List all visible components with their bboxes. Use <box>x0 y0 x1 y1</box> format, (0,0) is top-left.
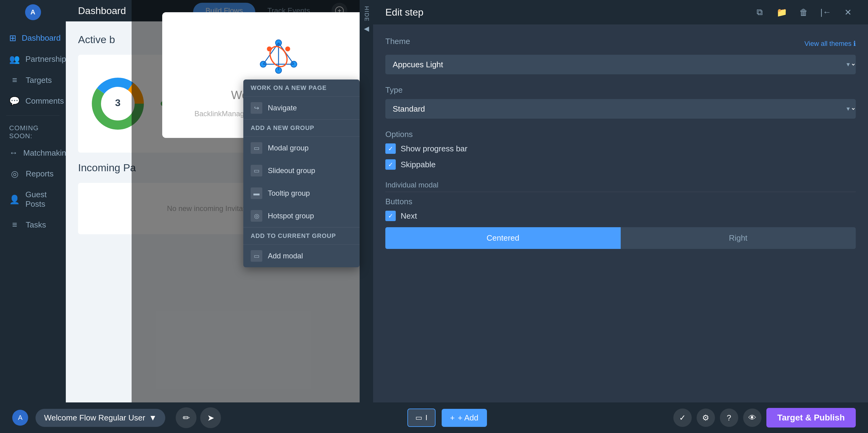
options-label: Options <box>385 130 856 139</box>
sidebar-item-tasks[interactable]: ≡ Tasks <box>0 214 66 235</box>
step-type-dropdown: WORK ON A NEW PAGE ↪ Navigate ADD A NEW … <box>243 79 360 267</box>
right-panel-title: Edit step <box>385 7 746 18</box>
panel-body: Theme View all themes ℹ Appcues Light Ty… <box>373 25 868 433</box>
nav-divider <box>6 115 60 115</box>
add-step-button[interactable]: ▭ I <box>407 408 436 427</box>
publish-icon-btn[interactable]: ➤ <box>200 407 221 428</box>
app-logo[interactable]: A <box>25 4 41 20</box>
type-label: Type <box>385 85 856 95</box>
guest-posts-icon: 👤 <box>9 195 20 205</box>
sidebar-item-label: Partnerships <box>25 55 70 64</box>
add-step-icon: ▭ <box>415 413 422 422</box>
add-button[interactable]: + + Add <box>442 409 487 427</box>
sidebar-item-label: Dashboard <box>22 33 61 43</box>
bottom-right-actions: ✓ ⚙ ? 👁 Target & Publish <box>673 408 856 428</box>
hide-panel-bar[interactable]: HIDE ◀ <box>360 0 373 402</box>
sidebar-item-partnerships[interactable]: 👥 Partnerships <box>0 48 66 70</box>
dropdown-item-modal-group[interactable]: ▭ Modal group <box>243 137 360 159</box>
sidebar-item-matchmaking[interactable]: ↔ Matchmaking <box>0 142 66 163</box>
theme-select-wrapper: Appcues Light <box>385 55 856 74</box>
hotspot-group-icon: ◎ <box>251 210 262 222</box>
buttons-label: Buttons <box>385 197 856 206</box>
sidebar: A ⊞ Dashboard 👥 Partnerships ≡ Targets 💬… <box>0 0 66 433</box>
preview-icon-btn[interactable]: 👁 <box>743 408 762 427</box>
individual-modal-title: Individual modal <box>385 181 856 192</box>
sidebar-item-reports[interactable]: ◎ Reports <box>0 163 66 185</box>
hide-label: HIDE <box>363 6 370 22</box>
copy-icon[interactable]: ⧉ <box>752 4 768 20</box>
theme-select[interactable]: Appcues Light <box>385 55 856 74</box>
bottom-logo[interactable]: A <box>12 410 28 426</box>
trash-icon[interactable]: 🗑 <box>796 4 812 20</box>
tasks-icon: ≡ <box>9 220 20 230</box>
comment-icon: 💬 <box>9 96 20 106</box>
theme-label: Theme <box>385 37 410 46</box>
sidebar-logo: A <box>0 0 66 25</box>
theme-section: Theme View all themes ℹ Appcues Light <box>385 37 856 74</box>
theme-section-header: Theme View all themes ℹ <box>385 37 856 51</box>
sidebar-item-dashboard[interactable]: ⊞ Dashboard <box>0 28 66 48</box>
dropdown-item-add-modal[interactable]: ▭ Add modal <box>243 245 360 267</box>
slideout-group-icon: ▭ <box>251 165 262 176</box>
help-icon-btn[interactable]: ? <box>720 408 738 427</box>
section-header-current-group: ADD TO CURRENT GROUP <box>243 228 360 245</box>
hide-arrow-icon: ◀ <box>364 25 369 33</box>
sidebar-item-label: Guest Posts <box>25 190 57 209</box>
sidebar-item-label: Matchmaking <box>23 148 71 158</box>
modal-icon <box>254 31 303 79</box>
dropdown-item-hotspot-group[interactable]: ◎ Hotspot group <box>243 205 360 227</box>
view-all-themes-link[interactable]: View all themes ℹ <box>804 40 856 48</box>
sidebar-item-label: Reports <box>26 169 54 178</box>
type-select[interactable]: Standard <box>385 99 856 119</box>
right-panel-header: Edit step ⧉ 📁 🗑 |← ✕ <box>373 0 868 25</box>
sidebar-nav: ⊞ Dashboard 👥 Partnerships ≡ Targets 💬 C… <box>0 25 66 238</box>
people-icon: 👥 <box>9 54 20 64</box>
sidebar-item-guest-posts[interactable]: 👤 Guest Posts <box>0 185 66 214</box>
folder-icon[interactable]: 📁 <box>774 4 789 20</box>
alignment-right-button[interactable]: Right <box>621 227 856 249</box>
section-header-new-page: WORK ON A NEW PAGE <box>243 79 360 97</box>
flow-name-display[interactable]: Welcome Flow Regular User ▼ <box>35 409 165 427</box>
bottom-bar: A Welcome Flow Regular User ▼ ✏ ➤ ▭ I + … <box>0 402 868 433</box>
settings-icon-btn[interactable]: ⚙ <box>696 408 715 427</box>
add-modal-icon: ▭ <box>251 250 262 262</box>
close-icon[interactable]: ✕ <box>840 4 856 20</box>
dropdown-item-tooltip-group[interactable]: ▬ Tooltip group <box>243 182 360 205</box>
sidebar-item-targets[interactable]: ≡ Targets <box>0 70 66 91</box>
dropdown-item-slideout-group[interactable]: ▭ Slideout group <box>243 159 360 182</box>
sidebar-item-label: Comments <box>25 96 64 106</box>
skippable-label: Skippable <box>401 160 436 169</box>
target-publish-button[interactable]: Target & Publish <box>766 408 856 428</box>
navigate-icon: ↪ <box>251 102 262 114</box>
show-progress-bar-label: Show progress bar <box>401 144 467 154</box>
right-panel: Edit step ⧉ 📁 🗑 |← ✕ Theme View all them… <box>373 0 868 433</box>
type-section: Type Standard <box>385 85 856 119</box>
alignment-btn-group: Centered Right <box>385 227 856 249</box>
dropdown-item-navigate[interactable]: ↪ Navigate <box>243 97 360 119</box>
bottom-action-icons: ✏ ➤ <box>176 407 221 428</box>
type-select-wrapper: Standard <box>385 99 856 119</box>
dropdown-item-label: Add modal <box>268 252 303 260</box>
section-header-new-group: ADD A NEW GROUP <box>243 120 360 137</box>
sidebar-item-label: Tasks <box>26 220 46 230</box>
modal-group-icon: ▭ <box>251 142 262 154</box>
options-section: Options ✓ Show progress bar ✓ Skippable <box>385 130 856 170</box>
coming-soon-label: Coming soon: <box>0 119 66 142</box>
next-label: Next <box>401 211 417 221</box>
skippable-checkbox[interactable]: ✓ <box>385 159 396 170</box>
bottom-center: ▭ I + + Add <box>228 408 666 427</box>
dropdown-item-label: Slideout group <box>268 166 315 175</box>
show-progress-bar-checkbox[interactable]: ✓ <box>385 143 396 154</box>
sidebar-item-label: Targets <box>26 75 52 85</box>
collapse-icon[interactable]: |← <box>818 4 834 20</box>
flow-name-chevron: ▼ <box>149 413 157 423</box>
next-checkbox[interactable]: ✓ <box>385 211 396 221</box>
skippable-row: ✓ Skippable <box>385 159 856 170</box>
plus-icon: + <box>450 413 455 423</box>
sidebar-item-comments[interactable]: 💬 Comments <box>0 91 66 111</box>
edit-icon-btn[interactable]: ✏ <box>176 407 196 428</box>
next-button-row: ✓ Next <box>385 211 856 221</box>
check-icon-btn[interactable]: ✓ <box>673 408 692 427</box>
alignment-centered-button[interactable]: Centered <box>385 227 621 249</box>
svg-text:3: 3 <box>115 97 121 108</box>
